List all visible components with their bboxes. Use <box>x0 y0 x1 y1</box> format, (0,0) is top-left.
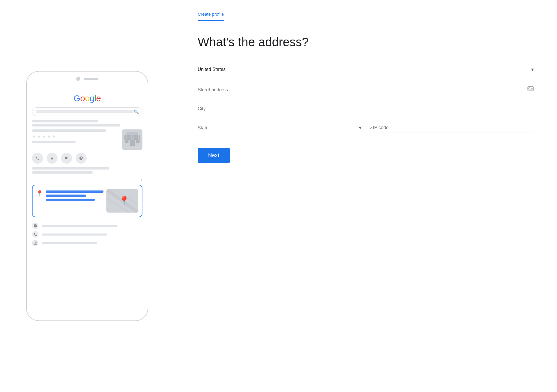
svg-rect-5 <box>126 132 138 135</box>
country-dropdown[interactable]: United States ▾ <box>198 64 534 75</box>
direction-action-icon <box>47 153 58 164</box>
svg-rect-17 <box>529 88 530 89</box>
svg-rect-2 <box>130 140 135 146</box>
address-card-icon <box>527 86 534 92</box>
phone-content: Google 🔍 <box>27 88 148 320</box>
map-card: 📍 <box>32 185 142 217</box>
web-bottom-icon <box>32 240 38 246</box>
star-3: ★ <box>42 133 46 139</box>
clock-icon <box>32 222 38 229</box>
phone-illustration-panel: Google 🔍 <box>0 0 174 392</box>
svg-rect-3 <box>125 140 128 143</box>
map-card-left: 📍 <box>36 189 103 213</box>
phone-container: Google 🔍 <box>26 71 148 321</box>
city-field <box>198 104 534 114</box>
action-icons-row <box>32 153 142 164</box>
city-input[interactable] <box>198 104 534 114</box>
star-5: ★ <box>52 133 56 139</box>
street-address-field <box>198 84 534 95</box>
country-value: United States <box>198 67 226 72</box>
country-dropdown-arrow-icon: ▾ <box>531 66 534 73</box>
save-action-icon <box>61 153 72 164</box>
phone-body: Google 🔍 <box>26 71 148 321</box>
web-action-icon <box>76 153 87 164</box>
bottom-item-3 <box>32 240 142 246</box>
form-panel: Create profile What's the address? Unite… <box>174 0 557 392</box>
form-heading: What's the address? <box>198 35 534 49</box>
phone-bottom-icon <box>32 231 38 238</box>
phone-action-icon <box>32 153 43 164</box>
state-label: State <box>198 125 208 131</box>
phone-mic <box>84 78 98 80</box>
business-info: ★ ★ ★ ★ ★ <box>32 129 119 150</box>
bottom-item-2-lines <box>42 234 142 236</box>
map-card-icon-row: 📍 <box>36 189 103 201</box>
search-icon: 🔍 <box>134 109 139 114</box>
bottom-item-1-lines <box>42 225 142 227</box>
phone-search-bar: 🔍 <box>32 107 142 116</box>
zip-code-input[interactable] <box>370 123 534 133</box>
blue-line-3 <box>46 199 95 201</box>
star-2: ★ <box>37 133 41 139</box>
state-field: State ▾ <box>198 123 361 133</box>
arrow-right-icon: › <box>32 177 142 182</box>
next-button[interactable]: Next <box>198 148 230 163</box>
store-icon <box>122 129 142 150</box>
phone-camera <box>76 77 80 81</box>
tab-row: Create profile <box>198 12 534 20</box>
bottom-item-3-lines <box>42 242 142 244</box>
star-1: ★ <box>32 133 36 139</box>
business-listing: ★ ★ ★ ★ ★ <box>32 129 142 150</box>
map-thumbnail: 📍 <box>106 189 138 213</box>
phone-speaker <box>76 77 98 81</box>
star-4: ★ <box>47 133 51 139</box>
state-zip-row: State ▾ <box>198 123 534 133</box>
google-logo: Google <box>32 93 142 103</box>
blue-line-1 <box>46 190 103 193</box>
location-pin-icon: 📍 <box>36 190 43 197</box>
blue-line-2 <box>46 195 86 197</box>
placeholder-lines <box>32 120 142 126</box>
street-address-input[interactable] <box>198 87 527 92</box>
stars-row: ★ ★ ★ ★ ★ <box>32 133 119 139</box>
bottom-item-1 <box>32 222 142 229</box>
state-dropdown-arrow-icon: ▾ <box>359 125 361 131</box>
phone-bottom-items <box>32 221 142 248</box>
map-pin-large-icon: 📍 <box>118 195 130 206</box>
blue-info-lines <box>46 189 103 201</box>
state-dropdown[interactable]: State ▾ <box>198 123 361 133</box>
svg-rect-4 <box>136 140 140 143</box>
bottom-item-2 <box>32 231 142 238</box>
create-profile-tab[interactable]: Create profile <box>198 12 224 20</box>
more-placeholder-lines <box>32 167 142 174</box>
zip-field <box>370 123 534 133</box>
